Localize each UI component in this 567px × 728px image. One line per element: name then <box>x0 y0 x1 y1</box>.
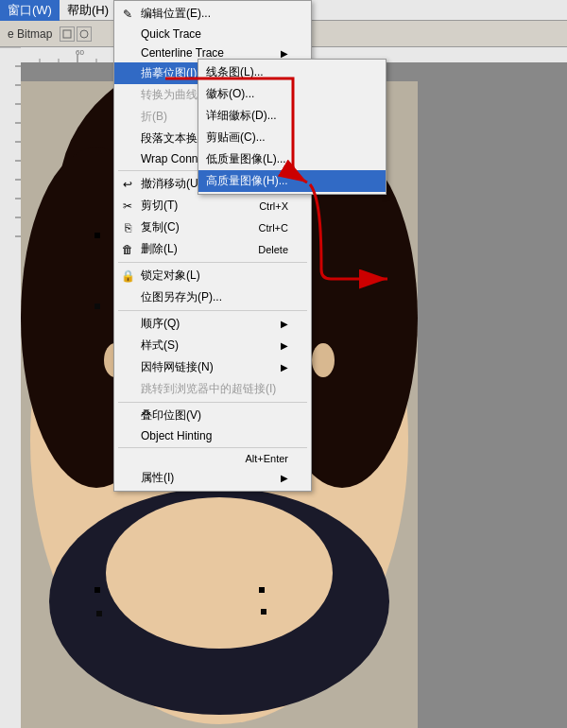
toolbar-btn-2[interactable] <box>77 26 92 42</box>
svg-rect-0 <box>63 30 71 38</box>
menu-item-quick-trace[interactable]: Quick Trace <box>114 25 311 43</box>
menu-item-cut[interactable]: ✂ 剪切(T) Ctrl+X <box>114 195 311 217</box>
separator-4 <box>118 402 307 403</box>
svg-rect-49 <box>94 303 100 309</box>
symbol-arrow: ▶ <box>281 473 288 483</box>
selection-handle-br <box>259 587 265 593</box>
edit-node-icon: ✎ <box>118 8 137 21</box>
toolbar-label: e Bitmap <box>4 27 56 41</box>
menu-item-delete[interactable]: 🗑 删除(L) Delete <box>114 238 311 260</box>
menu-item-print-bitmap[interactable]: 叠印位图(V) <box>114 405 311 426</box>
menu-item-symbol[interactable]: 属性(I) ▶ <box>114 467 311 489</box>
separator-3 <box>118 310 307 311</box>
separator-5 <box>118 447 307 448</box>
menu-item-browser-link: 跳转到浏览器中的超链接(I) <box>114 378 311 400</box>
style-arrow: ▶ <box>281 340 288 351</box>
internet-link-arrow: ▶ <box>281 362 288 373</box>
menu-help[interactable]: 帮助(H) <box>60 0 116 21</box>
submenu-trace-bitmap[interactable]: 线条图(L)... 徽标(O)... 详细徽标(D)... 剪贴画(C)... … <box>198 59 387 195</box>
copy-icon: ⎘ <box>118 221 137 234</box>
ruler-vertical <box>0 47 21 728</box>
cut-icon: ✂ <box>118 199 137 213</box>
svg-rect-2 <box>0 47 21 728</box>
centerline-trace-arrow: ▶ <box>281 48 288 59</box>
menu-item-order[interactable]: 顺序(Q) ▶ <box>114 313 311 335</box>
toolbar-btn-1[interactable] <box>60 26 75 42</box>
menu-item-style[interactable]: 样式(S) ▶ <box>114 335 311 356</box>
menu-item-copy[interactable]: ⎘ 复制(C) Ctrl+C <box>114 217 311 238</box>
selection-handle-tl <box>94 233 100 238</box>
svg-text:60: 60 <box>76 48 84 57</box>
delete-icon: 🗑 <box>118 243 137 256</box>
menu-item-internet-link[interactable]: 因特网链接(N) ▶ <box>114 356 311 378</box>
menu-item-save-image[interactable]: 位图另存为(P)... <box>114 286 311 308</box>
svg-rect-47 <box>96 611 102 616</box>
svg-rect-48 <box>261 609 266 615</box>
order-arrow: ▶ <box>281 319 288 329</box>
submenu-item-low-quality[interactable]: 低质量图像(L)... <box>198 148 386 170</box>
svg-point-46 <box>312 343 335 377</box>
menu-item-edit-node[interactable]: ✎ 编辑位置(E)... <box>114 3 311 25</box>
separator-2 <box>118 262 307 263</box>
menu-window[interactable]: 窗口(W) <box>0 0 60 21</box>
submenu-item-line-art[interactable]: 线条图(L)... <box>198 61 386 83</box>
menu-item-lock[interactable]: 🔒 锁定对象(L) <box>114 265 311 286</box>
undo-icon: ↩ <box>118 178 137 191</box>
menu-item-properties[interactable]: Alt+Enter <box>114 450 311 467</box>
selection-handle-bl <box>94 587 100 593</box>
submenu-item-high-quality[interactable]: 高质量图像(H)... <box>198 170 386 192</box>
lock-icon: 🔒 <box>118 269 137 283</box>
svg-point-44 <box>106 497 333 649</box>
svg-point-1 <box>80 30 88 38</box>
submenu-item-logo[interactable]: 徽标(O)... <box>198 83 386 105</box>
menu-item-object-hinting[interactable]: Object Hinting <box>114 426 311 445</box>
submenu-item-clip-art[interactable]: 剪贴画(C)... <box>198 127 386 148</box>
submenu-item-detailed-logo[interactable]: 详细徽标(D)... <box>198 105 386 127</box>
